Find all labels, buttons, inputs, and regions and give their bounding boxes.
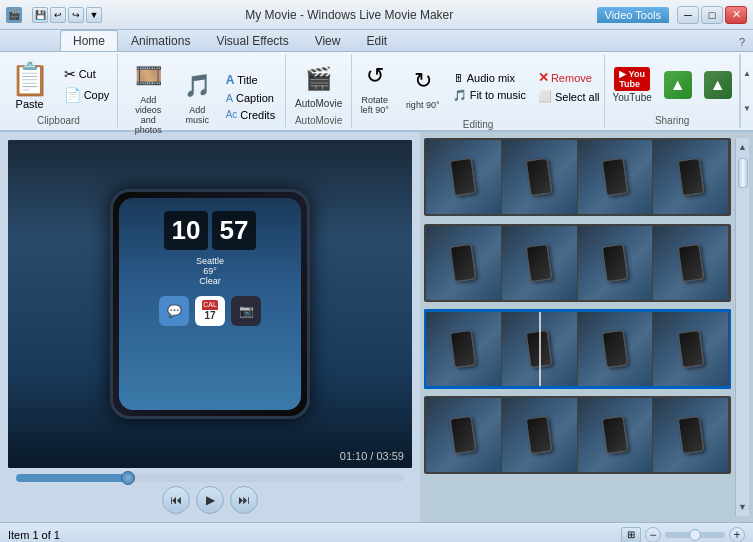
youtube-button[interactable]: ▶ YouTube YouTube: [608, 65, 655, 105]
frame-3-3: [578, 312, 654, 386]
calendar-icon: CAL 17: [195, 296, 225, 326]
title-button[interactable]: A Title: [222, 71, 280, 89]
weather-cond: Clear: [196, 276, 224, 286]
filmstrip-scrollbar[interactable]: ▲ ▼: [735, 138, 749, 516]
ribbon-group-editing: ↺ Rotateleft 90° ↻ right 90° 🎚 Audio mix…: [352, 54, 605, 128]
phone-thumb: [526, 158, 553, 197]
sharing-content: ▶ YouTube YouTube ▲ ▲: [608, 56, 735, 113]
zoom-out-button[interactable]: −: [645, 527, 661, 543]
filmstrip-item-3[interactable]: [424, 310, 731, 388]
automovie-content: 🎬 AutoMovie: [291, 56, 346, 113]
cut-label: Cut: [79, 68, 96, 80]
paste-button[interactable]: 📋 Paste: [4, 58, 56, 112]
zoom-slider-thumb[interactable]: [689, 529, 701, 541]
close-button[interactable]: ✕: [725, 6, 747, 24]
ribbon-scroll-up[interactable]: ▲: [743, 69, 751, 78]
remove-x-icon: ✕: [538, 70, 549, 85]
preview-screen: 10 57 Seattle 69° Clear 💬 C: [8, 140, 412, 468]
frame-4-1: [426, 398, 502, 472]
filmstrip-item-4[interactable]: [424, 396, 731, 474]
main-area: 10 57 Seattle 69° Clear 💬 C: [0, 132, 753, 522]
credits-icon: Ac: [226, 109, 238, 120]
tab-animations[interactable]: Animations: [118, 30, 203, 51]
ribbon-group-add: 🎞️ Add videosand photos 🎵 Addmusic A Tit…: [118, 54, 286, 128]
preview-background: 10 57 Seattle 69° Clear 💬 C: [8, 140, 412, 468]
forward-button[interactable]: ⏭: [230, 486, 258, 514]
zoom-slider[interactable]: [665, 532, 725, 538]
control-buttons: ⏮ ▶ ⏭: [162, 486, 258, 514]
add-videos-button[interactable]: 🎞️ Add videosand photos: [124, 56, 173, 137]
quick-access-toolbar[interactable]: 💾 ↩ ↪ ▼: [32, 7, 102, 23]
copy-button[interactable]: 📄 Copy: [60, 85, 114, 105]
automovie-icon: 🎬: [301, 61, 337, 97]
cut-button[interactable]: ✂ Cut: [60, 64, 114, 84]
tab-home[interactable]: Home: [60, 30, 118, 51]
frame-1-4: [653, 140, 729, 214]
audio-mix-button[interactable]: 🎚 Audio mix: [449, 70, 530, 86]
rewind-button[interactable]: ⏮: [162, 486, 190, 514]
seek-bar[interactable]: [16, 474, 404, 482]
credits-button[interactable]: Ac Credits: [222, 107, 280, 123]
share-button2[interactable]: ▲: [700, 69, 736, 101]
select-all-button[interactable]: ⬜ Select all: [534, 88, 604, 105]
tab-visual-effects[interactable]: Visual Effects: [203, 30, 301, 51]
automovie-label: AutoMovie: [295, 98, 342, 109]
app-icons: 💬 CAL 17 📷: [159, 296, 261, 326]
scroll-thumb[interactable]: [738, 158, 748, 188]
filmstrip-item-1[interactable]: [424, 138, 731, 216]
ribbon-group-automovie: 🎬 AutoMovie AutoMovie: [286, 54, 352, 128]
remove-button[interactable]: ✕ Remove: [534, 68, 604, 87]
filmstrip-panel: ▲ ▼: [420, 132, 753, 522]
caption-label: Caption: [236, 92, 274, 104]
window-controls[interactable]: ─ □ ✕: [677, 6, 747, 24]
rotate-right-button[interactable]: ↻ right 90°: [401, 61, 445, 112]
fit-to-music-button[interactable]: 🎵 Fit to music: [449, 87, 530, 104]
phone-thumb: [450, 330, 477, 369]
undo-qs-button[interactable]: ↩: [50, 7, 66, 23]
ribbon-scroll[interactable]: ▲ ▼: [740, 54, 753, 128]
youtube-label: YouTube: [612, 92, 651, 103]
zoom-controls: ⊞ − +: [621, 527, 745, 543]
clipboard-content: 📋 Paste ✂ Cut 📄 Copy: [4, 56, 114, 113]
weather-city: Seattle: [196, 256, 224, 266]
scroll-up-arrow[interactable]: ▲: [736, 140, 749, 154]
rotate-right-label: right 90°: [406, 100, 440, 110]
caption-button[interactable]: A Caption: [222, 90, 280, 106]
add-music-button[interactable]: 🎵 Addmusic: [177, 66, 218, 127]
app-icon: 🎬: [6, 7, 22, 23]
seek-thumb[interactable]: [121, 471, 135, 485]
share-button1[interactable]: ▲: [660, 69, 696, 101]
tab-view[interactable]: View: [302, 30, 354, 51]
filmstrip-item-2[interactable]: [424, 224, 731, 302]
help-button[interactable]: ?: [731, 33, 753, 51]
maximize-button[interactable]: □: [701, 6, 723, 24]
weather-info: Seattle 69° Clear: [196, 256, 224, 286]
editing-small-btns: 🎚 Audio mix 🎵 Fit to music: [449, 70, 530, 104]
zoom-in-button[interactable]: +: [729, 527, 745, 543]
title-bar: 🎬 💾 ↩ ↪ ▼ My Movie - Windows Live Movie …: [0, 0, 753, 30]
redo-qs-button[interactable]: ↪: [68, 7, 84, 23]
clipboard-group-label: Clipboard: [37, 115, 80, 126]
frame-2-3: [578, 226, 654, 300]
menu-qs-button[interactable]: ▼: [86, 7, 102, 23]
audio-mix-icon: 🎚: [453, 72, 464, 84]
frame-1-3: [578, 140, 654, 214]
phone-thumb: [526, 244, 553, 283]
fit-to-music-label: Fit to music: [470, 89, 526, 101]
scroll-down-arrow[interactable]: ▼: [736, 500, 749, 514]
phone-thumb: [601, 416, 628, 455]
play-button[interactable]: ▶: [196, 486, 224, 514]
phone-thumb: [450, 244, 477, 283]
automovie-button[interactable]: 🎬 AutoMovie: [291, 59, 346, 111]
ribbon-scroll-down[interactable]: ▼: [743, 104, 751, 113]
caption-icon: A: [226, 92, 233, 104]
minimize-button[interactable]: ─: [677, 6, 699, 24]
save-qs-button[interactable]: 💾: [32, 7, 48, 23]
title-icon: A: [226, 73, 235, 87]
rotate-left-button[interactable]: ↺ Rotateleft 90°: [353, 56, 397, 117]
phone-thumb: [677, 158, 704, 197]
status-item-info: Item 1 of 1: [8, 529, 60, 541]
tab-edit[interactable]: Edit: [353, 30, 400, 51]
phone-mockup: 10 57 Seattle 69° Clear 💬 C: [110, 189, 310, 419]
view-toggle[interactable]: ⊞: [621, 527, 641, 543]
